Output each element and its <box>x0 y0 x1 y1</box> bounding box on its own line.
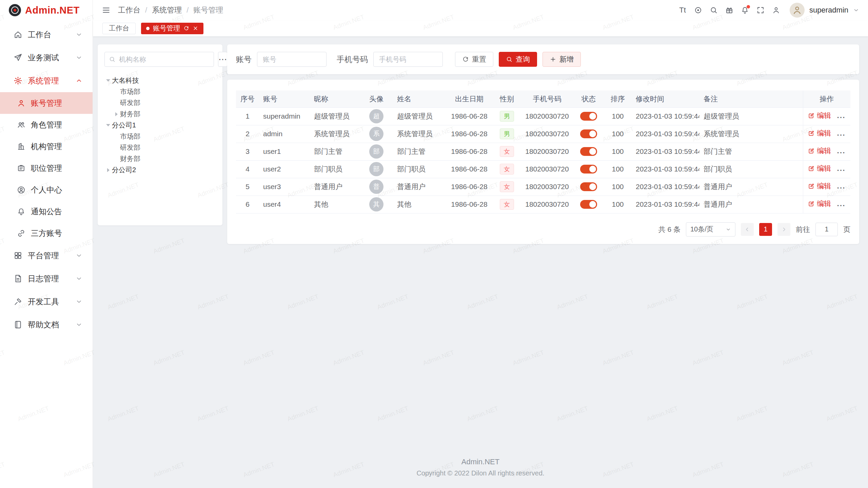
bell-icon[interactable] <box>739 5 750 16</box>
column-header: 修改时间 <box>632 90 699 107</box>
refresh-icon[interactable] <box>183 25 189 31</box>
sidebar-item-org-mgmt[interactable]: 机构管理 <box>0 136 93 157</box>
chevron-down-icon[interactable] <box>853 7 859 13</box>
tree-node[interactable]: 研发部 <box>104 97 216 108</box>
tab-label: 工作台 <box>109 24 129 33</box>
status-toggle[interactable] <box>580 147 597 156</box>
menu-toggle-icon[interactable] <box>102 6 111 15</box>
cell-remark: 超级管理员 <box>699 107 803 125</box>
font-size-icon[interactable] <box>677 5 688 16</box>
sidebar: Admin.NET 工作台 业务测试 系统管理 账号管理 <box>0 0 93 488</box>
edit-button[interactable]: 编辑 <box>808 111 831 120</box>
tree-node[interactable]: 市场部 <box>104 131 216 142</box>
sidebar-item-role-mgmt[interactable]: 角色管理 <box>0 114 93 136</box>
tree-node[interactable]: 分公司1 <box>104 120 216 131</box>
sidebar-item-label: 日志管理 <box>28 273 59 284</box>
add-button[interactable]: 新增 <box>542 52 581 67</box>
sidebar-item-personal-center[interactable]: 个人中心 <box>0 179 93 201</box>
more-actions-icon[interactable] <box>836 148 845 157</box>
tree-node[interactable]: 大名科技 <box>104 75 216 86</box>
status-toggle[interactable] <box>580 165 597 174</box>
page-number-current[interactable]: 1 <box>759 223 772 236</box>
sidebar-item-account-mgmt[interactable]: 账号管理 <box>0 92 93 114</box>
sidebar-item-workbench[interactable]: 工作台 <box>0 23 93 46</box>
cell-avatar: 其 <box>360 196 393 213</box>
topbar-actions: superadmin <box>677 3 859 18</box>
person-icon[interactable] <box>771 5 782 16</box>
status-toggle[interactable] <box>580 200 597 209</box>
more-actions-icon[interactable] <box>836 113 845 122</box>
more-actions-icon[interactable] <box>836 166 845 175</box>
search-icon[interactable] <box>708 5 719 16</box>
fullscreen-icon[interactable] <box>755 5 766 16</box>
right-column: 账号 手机号码 重置 查询 新增 <box>227 44 859 244</box>
filter-bar: 账号 手机号码 重置 查询 新增 <box>227 44 859 74</box>
caret-placeholder <box>113 97 120 108</box>
edit-button[interactable]: 编辑 <box>808 128 831 138</box>
cell-status <box>573 196 604 213</box>
user-circle-icon <box>17 186 25 194</box>
caret-right-icon[interactable] <box>113 108 120 120</box>
tree-node[interactable]: 研发部 <box>104 142 216 153</box>
tree-node[interactable]: 财务部 <box>104 108 216 120</box>
tab-workbench[interactable]: 工作台 <box>102 23 136 34</box>
add-button-label: 新增 <box>559 55 574 64</box>
sidebar-item-notice[interactable]: 通知公告 <box>0 201 93 222</box>
sidebar-item-devtools[interactable]: 开发工具 <box>0 290 93 313</box>
page-size-select[interactable]: 10条/页 <box>686 222 735 237</box>
breadcrumb-item[interactable]: 系统管理 <box>152 5 182 15</box>
cell-gender: 女 <box>493 196 521 213</box>
grid-icon <box>14 251 22 260</box>
close-icon[interactable] <box>193 25 198 31</box>
logo[interactable]: Admin.NET <box>0 0 93 20</box>
sidebar-item-system[interactable]: 系统管理 <box>0 69 93 92</box>
caret-right-icon[interactable] <box>104 164 112 176</box>
query-button[interactable]: 查询 <box>499 52 537 67</box>
status-toggle[interactable] <box>580 182 597 191</box>
more-button[interactable] <box>218 52 228 67</box>
sidebar-item-help[interactable]: 帮助文档 <box>0 313 93 336</box>
status-toggle[interactable] <box>580 129 597 138</box>
sidebar-item-position-mgmt[interactable]: 职位管理 <box>0 157 93 179</box>
sidebar-item-platform[interactable]: 平台管理 <box>0 244 93 267</box>
tree-node[interactable]: 分公司2 <box>104 164 216 176</box>
edit-button[interactable]: 编辑 <box>808 181 831 191</box>
username[interactable]: superadmin <box>809 6 848 15</box>
tree-node-label: 分公司2 <box>112 165 136 175</box>
sidebar-item-log[interactable]: 日志管理 <box>0 267 93 290</box>
next-page-button[interactable] <box>777 223 790 236</box>
goto-suffix: 页 <box>843 225 850 234</box>
goto-page-input[interactable] <box>815 223 838 236</box>
org-search-input[interactable] <box>118 55 210 64</box>
sidebar-item-business-test[interactable]: 业务测试 <box>0 46 93 69</box>
cell-phone: 18020030720 <box>521 125 573 143</box>
caret-down-icon[interactable] <box>104 120 112 131</box>
chevron-down-icon <box>76 252 82 259</box>
tree-node[interactable]: 财务部 <box>104 153 216 164</box>
breadcrumb-item[interactable]: 工作台 <box>118 5 140 15</box>
prev-page-button[interactable] <box>741 223 754 236</box>
cell-no: 3 <box>236 143 259 160</box>
status-toggle[interactable] <box>580 112 597 121</box>
sidebar-item-third-account[interactable]: 三方账号 <box>0 222 93 244</box>
more-actions-icon[interactable] <box>836 183 845 192</box>
more-actions-icon[interactable] <box>836 130 845 139</box>
edit-button[interactable]: 编辑 <box>808 164 831 173</box>
cell-account: user4 <box>259 196 310 213</box>
reset-button[interactable]: 重置 <box>455 52 493 67</box>
phone-input[interactable] <box>373 52 443 67</box>
edit-button[interactable]: 编辑 <box>808 146 831 156</box>
search-icon <box>506 56 513 63</box>
cell-remark: 部门职员 <box>699 160 803 178</box>
cell-nickname: 普通用户 <box>310 178 360 196</box>
target-icon[interactable] <box>693 5 704 16</box>
edit-button[interactable]: 编辑 <box>808 199 831 208</box>
gift-icon[interactable] <box>724 5 735 16</box>
account-input[interactable] <box>257 52 327 67</box>
caret-down-icon[interactable] <box>104 75 112 86</box>
avatar[interactable] <box>790 3 805 18</box>
tree-node[interactable]: 市场部 <box>104 86 216 97</box>
tab-account-mgmt[interactable]: 账号管理 <box>141 23 203 34</box>
sidebar-item-label: 系统管理 <box>28 76 59 86</box>
more-actions-icon[interactable] <box>836 201 845 210</box>
